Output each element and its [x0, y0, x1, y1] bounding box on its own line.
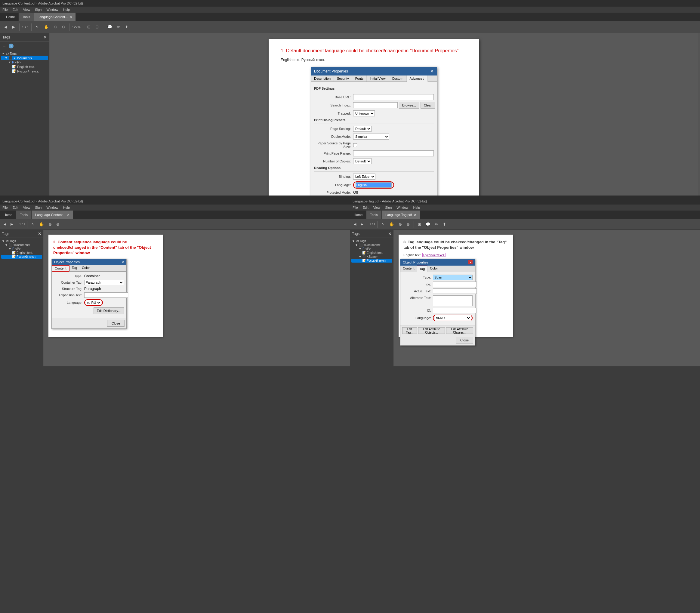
dialog-close-btn[interactable]: ✕: [430, 69, 434, 74]
sidebar-options-btn[interactable]: ☰: [1, 43, 8, 49]
zoom-in-btn[interactable]: ⊕: [52, 24, 59, 30]
bl-menu-edit[interactable]: Edit: [13, 206, 18, 209]
br-tab-document[interactable]: Language-Tag.pdf ✕: [382, 211, 420, 219]
br-tree-english[interactable]: 📝 English text.: [351, 251, 392, 255]
tab-custom[interactable]: Custom: [389, 76, 407, 81]
br-zoom-in-btn[interactable]: ⊕: [397, 221, 404, 228]
sidebar-close-btn[interactable]: ✕: [43, 35, 47, 40]
paper-source-checkbox[interactable]: [353, 143, 357, 147]
edit-attr-classes-btn[interactable]: Edit Attribute Classes...: [446, 327, 473, 334]
bl-sidebar-close[interactable]: ✕: [38, 231, 41, 236]
menu-view[interactable]: View: [23, 8, 30, 11]
bl-menu-view[interactable]: View: [23, 206, 30, 209]
obj-expansion-input[interactable]: [84, 292, 128, 298]
br-tree-document[interactable]: ▼ ⬛ <Document>: [351, 243, 392, 247]
menu-edit[interactable]: Edit: [13, 8, 18, 11]
share-btn[interactable]: ⬆: [123, 24, 130, 30]
tree-item-russian[interactable]: 📝 Русский текст.: [1, 69, 48, 74]
br-cursor-btn[interactable]: ↖: [380, 221, 387, 228]
bl-menu-help[interactable]: Help: [63, 206, 70, 209]
bl-hand-btn[interactable]: ✋: [37, 221, 46, 228]
obj-tab-content-right[interactable]: Content: [400, 265, 417, 272]
fit-width-btn[interactable]: ⊞: [86, 24, 92, 30]
tree-item-document[interactable]: ▼ ⬛ <Document>: [1, 56, 48, 60]
tab-home[interactable]: Home: [2, 13, 19, 21]
br-fit-width[interactable]: ⊞: [416, 221, 423, 228]
br-tree-russian[interactable]: 📝 Русский текст.: [351, 259, 392, 263]
bl-tree-tags[interactable]: ▼ 🏷 Tags: [1, 239, 42, 243]
obj-tab-tag-right[interactable]: Tag: [417, 265, 428, 272]
tab-fonts[interactable]: Fonts: [352, 76, 367, 81]
br-tab-close-icon[interactable]: ✕: [414, 213, 416, 217]
zoom-out-btn[interactable]: ⊖: [60, 24, 67, 30]
br-tree-span[interactable]: ▼ ⬛ <Span>: [351, 255, 392, 259]
browse-btn[interactable]: Browse...: [399, 102, 419, 108]
br-nav-next[interactable]: ▶: [359, 221, 365, 227]
obj-actual-text-input[interactable]: [433, 288, 477, 294]
bl-tab-home[interactable]: Home: [0, 211, 16, 219]
tab-security[interactable]: Security: [334, 76, 352, 81]
bl-tree-document[interactable]: ▼ ⬛ <Document>: [1, 243, 42, 247]
br-menu-edit[interactable]: Edit: [363, 206, 368, 209]
br-hand-btn[interactable]: ✋: [387, 221, 396, 228]
clear-btn[interactable]: Clear: [420, 102, 435, 108]
br-sidebar-close[interactable]: ✕: [388, 231, 392, 236]
bl-menu-file[interactable]: File: [2, 206, 8, 209]
bl-menu-window[interactable]: Window: [46, 206, 58, 209]
tab-initial-view[interactable]: Initial View: [367, 76, 389, 81]
binding-select[interactable]: Left Edge: [353, 173, 375, 180]
br-comment-btn[interactable]: 💬: [424, 221, 432, 228]
br-menu-file[interactable]: File: [352, 206, 358, 209]
tab-document[interactable]: Language-Content... ✕: [34, 13, 76, 21]
bl-cursor-btn[interactable]: ↖: [29, 221, 36, 228]
trapped-select[interactable]: Unknown: [353, 110, 375, 116]
bl-tab-document[interactable]: Language-Content... ✕: [31, 211, 74, 219]
menu-file[interactable]: File: [2, 8, 8, 11]
obj-alt-text-input[interactable]: [433, 295, 472, 306]
bl-tree-p[interactable]: ▼ P <P>: [1, 247, 42, 251]
br-markup-btn[interactable]: ✏: [433, 221, 440, 228]
obj-dialog-close-right[interactable]: ✕: [468, 260, 472, 264]
obj-language-select-left[interactable]: ru-RU: [86, 300, 101, 305]
search-index-input[interactable]: [353, 102, 398, 108]
br-menu-view[interactable]: View: [373, 206, 380, 209]
obj-type-select-right[interactable]: Span: [433, 275, 472, 280]
obj-close-btn-right[interactable]: Close: [456, 337, 473, 343]
copies-select[interactable]: Default: [353, 158, 372, 164]
br-nav-prev[interactable]: ◀: [352, 221, 358, 227]
bl-zoom-in-btn[interactable]: ⊕: [47, 221, 54, 228]
obj-id-input[interactable]: [433, 308, 477, 313]
bl-nav-next[interactable]: ▶: [9, 221, 15, 227]
br-menu-help[interactable]: Help: [413, 206, 420, 209]
bl-tab-tools[interactable]: Tools: [16, 211, 31, 219]
nav-next-btn[interactable]: ▶: [10, 24, 17, 30]
bl-menu-sign[interactable]: Sign: [35, 206, 41, 209]
page-scaling-select[interactable]: Default: [353, 126, 372, 132]
obj-tab-content[interactable]: Content: [52, 265, 69, 272]
print-range-input[interactable]: [353, 151, 434, 156]
br-menu-sign[interactable]: Sign: [385, 206, 392, 209]
nav-prev-btn[interactable]: ◀: [2, 24, 9, 30]
obj-tab-color-right[interactable]: Color: [427, 265, 440, 272]
tab-close-icon[interactable]: ✕: [69, 15, 72, 19]
obj-tab-color-left[interactable]: Color: [79, 265, 92, 271]
sidebar-resize-handle[interactable]: [698, 33, 700, 196]
tree-item-p[interactable]: ▼ P <P>: [1, 60, 48, 64]
bl-tree-english[interactable]: 📝 English text.: [1, 251, 42, 255]
br-tree-tags[interactable]: ▼ 🏷 Tags: [351, 239, 392, 243]
tab-tools[interactable]: Tools: [19, 13, 34, 21]
menu-window[interactable]: Window: [46, 8, 58, 11]
obj-language-select-right[interactable]: ru-RU: [435, 315, 471, 321]
obj-title-input[interactable]: [433, 282, 477, 287]
tab-advanced[interactable]: Advanced: [407, 76, 428, 82]
language-input[interactable]: [355, 182, 392, 188]
cursor-tool-btn[interactable]: ↖: [34, 24, 41, 30]
tree-item-english[interactable]: 📝 English text.: [1, 64, 48, 69]
menu-sign[interactable]: Sign: [35, 8, 41, 11]
obj-dialog-close-left[interactable]: ✕: [121, 260, 124, 264]
tab-description[interactable]: Description: [311, 76, 334, 81]
br-tab-tools[interactable]: Tools: [366, 211, 382, 219]
bl-zoom-out-btn[interactable]: ⊖: [54, 221, 61, 228]
hand-tool-btn[interactable]: ✋: [42, 24, 51, 30]
comment-btn[interactable]: 💬: [106, 24, 114, 30]
